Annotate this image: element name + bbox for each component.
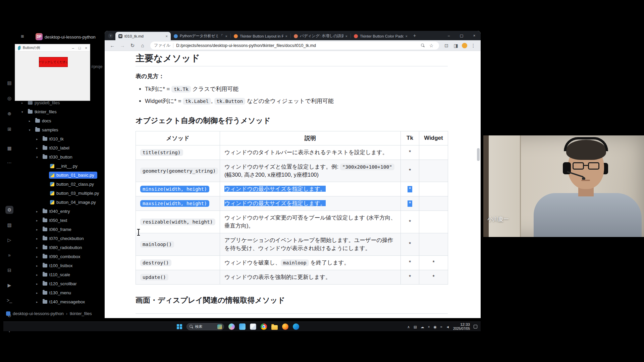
tray-app-icon[interactable]: ▤	[414, 325, 417, 329]
url-text[interactable]: D:/projects/lessons/desktop-ui-lessons-p…	[176, 43, 418, 48]
tree-item-docs[interactable]: ▸docs	[15, 116, 102, 125]
chevron-icon[interactable]: ▸	[21, 101, 27, 105]
tk-titlebar[interactable]: Buttonの例 – □ ×	[15, 44, 90, 52]
project-icon[interactable]: ▤	[5, 79, 13, 87]
tab-tkinter-button-layout[interactable]: Tkinter Button Layout in Pytho ×	[231, 32, 290, 40]
tree-item-button_03_multiple-py[interactable]: button_03_multiple.py	[15, 189, 102, 198]
edge-icon[interactable]	[293, 323, 299, 330]
tray-close-icon[interactable]: ×	[428, 325, 430, 329]
taskbar-search[interactable]: 検索	[186, 323, 224, 330]
tree-item-tkinter_files[interactable]: ▾tkinter_files	[15, 107, 102, 116]
structure-icon[interactable]: ▦	[5, 144, 13, 152]
chrome-icon[interactable]	[261, 323, 267, 330]
photos-icon[interactable]	[239, 323, 246, 330]
close-icon[interactable]: ×	[85, 46, 87, 50]
zoom-icon[interactable]	[421, 44, 425, 47]
chevron-icon[interactable]: ▸	[36, 300, 42, 304]
more-tools-icon[interactable]: ⋯	[5, 159, 13, 167]
tree-item-samples[interactable]: ▾samples	[15, 125, 102, 134]
tree-item-t010_tk[interactable]: ▸t010_tk	[15, 134, 102, 143]
services-icon[interactable]: ⊟	[5, 266, 13, 274]
notification-icon[interactable]	[474, 325, 477, 328]
volume-icon[interactable]: ◄	[446, 325, 449, 329]
chevron-icon[interactable]: ▾	[21, 110, 27, 114]
chevron-icon[interactable]: ▾	[29, 128, 34, 132]
tree-item-t060_frame[interactable]: ▸t060_frame	[15, 225, 102, 234]
start-button[interactable]	[177, 324, 182, 329]
taskbar-clock[interactable]: 12:33 2025/07/05	[453, 322, 470, 331]
tree-item-t080_radiobutton[interactable]: ▸t080_radiobutton	[15, 243, 102, 252]
chevron-icon[interactable]: ▸	[36, 210, 42, 213]
tab-t010-tk-md[interactable]: M t010_tk.md ×	[115, 32, 171, 40]
tab-close-icon[interactable]: ×	[406, 34, 408, 38]
scrollbar-thumb[interactable]	[477, 148, 480, 161]
breadcrumb-current[interactable]: tkinter_files	[70, 311, 92, 316]
forward-icon[interactable]: →	[118, 43, 127, 48]
plugins-icon[interactable]: ⊞	[5, 125, 13, 133]
chevron-icon[interactable]: ▸	[36, 137, 42, 141]
kebab-menu-icon[interactable]: ⋮	[469, 43, 477, 48]
tree-item-button_02_class-py[interactable]: button_02_class.py	[15, 180, 102, 189]
chevron-icon[interactable]: ▾	[36, 156, 42, 159]
breadcrumb-root[interactable]: desktop-ui-lessons-python	[13, 311, 64, 316]
tree-item-t110_scale[interactable]: ▸t110_scale	[15, 270, 102, 279]
new-tab-button[interactable]: +	[413, 33, 416, 38]
minimize-icon[interactable]: –	[442, 31, 455, 40]
profile-avatar[interactable]	[461, 42, 468, 49]
tab-python-seminar[interactable]: Pythonデータ分析ゼミ「デスクトップ ×	[171, 32, 230, 40]
tab-close-icon[interactable]: ×	[345, 34, 347, 38]
address-bar[interactable]: ファイル D:/projects/lessons/desktop-ui-less…	[150, 42, 439, 50]
run-icon[interactable]: ▷	[5, 236, 13, 244]
tab-claude[interactable]: パディング: 水増しの語源 - Claude ×	[291, 32, 351, 40]
home-icon[interactable]: ⌂	[138, 43, 147, 48]
chevron-icon[interactable]: ▸	[36, 291, 42, 295]
wifi-icon[interactable]: ≈	[440, 325, 442, 329]
tree-item-t070_checkbutton[interactable]: ▸t070_checkbutton	[15, 234, 102, 243]
settings-gear-icon[interactable]: ⚙	[5, 206, 13, 214]
tab-close-icon[interactable]: ×	[285, 34, 287, 38]
tree-item-t120_scrollbar[interactable]: ▸t120_scrollbar	[15, 279, 102, 288]
tray-expand-icon[interactable]: ∧	[407, 325, 410, 329]
chevron-icon[interactable]: ▸	[36, 282, 42, 286]
chevron-icon[interactable]: ▸	[36, 264, 42, 267]
tree-item-t100_listbox[interactable]: ▸t100_listbox	[15, 261, 102, 270]
tab-close-icon[interactable]: ×	[166, 34, 168, 38]
minimize-icon[interactable]: –	[72, 46, 74, 50]
tree-item-t050_text[interactable]: ▸t050_text	[15, 216, 102, 225]
back-icon[interactable]: ←	[108, 43, 117, 48]
file-explorer-icon[interactable]	[271, 325, 278, 330]
chevron-icon[interactable]: ▸	[36, 228, 42, 231]
tray-status-icon[interactable]: ◉	[434, 325, 437, 329]
close-icon[interactable]: ×	[468, 31, 481, 40]
tree-item-button_04_image-py[interactable]: button_04_image.py	[15, 198, 102, 207]
play-icon[interactable]: ▶	[5, 281, 13, 289]
terminal-icon[interactable]: >_	[5, 296, 13, 304]
python-console-icon[interactable]: »	[5, 251, 13, 259]
tree-item-t130_menu[interactable]: ▸t130_menu	[15, 288, 102, 297]
chevron-icon[interactable]: ▸	[36, 246, 42, 249]
chevron-icon[interactable]: ▸	[36, 146, 42, 150]
chevron-icon[interactable]: ▸	[36, 237, 42, 240]
chevron-icon[interactable]: ▸	[36, 219, 42, 222]
tk-red-button[interactable]: クリックしてください	[39, 57, 68, 67]
onedrive-icon[interactable]: ☁	[421, 325, 424, 329]
tab-close-icon[interactable]: ×	[225, 34, 227, 38]
maximize-icon[interactable]: □	[78, 46, 81, 50]
chevron-icon[interactable]: ▸	[36, 255, 42, 258]
tree-item-button_01_basic-py[interactable]: button_01_basic.py	[15, 171, 102, 180]
maximize-icon[interactable]: ▢	[455, 31, 468, 40]
paint-icon[interactable]	[250, 323, 256, 330]
tree-item-t090_combobox[interactable]: ▸t090_combobox	[15, 252, 102, 261]
extensions-puzzle-icon[interactable]: ⊡	[442, 43, 450, 48]
tree-item-init-py[interactable]: __init__.py	[15, 162, 102, 171]
tab-search-icon[interactable]: ∨	[108, 33, 113, 39]
tree-item-t040_entry[interactable]: ▸t040_entry	[15, 207, 102, 216]
bookmark-star-icon[interactable]: ☆	[427, 43, 435, 48]
copilot-icon[interactable]	[228, 323, 235, 330]
tree-item-t140_messagebox[interactable]: ▸t140_messagebox	[15, 297, 102, 306]
extension-icon[interactable]: ◨	[452, 43, 460, 48]
tab-tkinter-color-padding[interactable]: Tkinter Button Color Padding ×	[351, 32, 411, 40]
commit-icon[interactable]: ◎	[5, 94, 13, 102]
tree-item-t030_button[interactable]: ▾t030_button	[15, 153, 102, 162]
chevron-icon[interactable]: ▸	[36, 273, 42, 277]
